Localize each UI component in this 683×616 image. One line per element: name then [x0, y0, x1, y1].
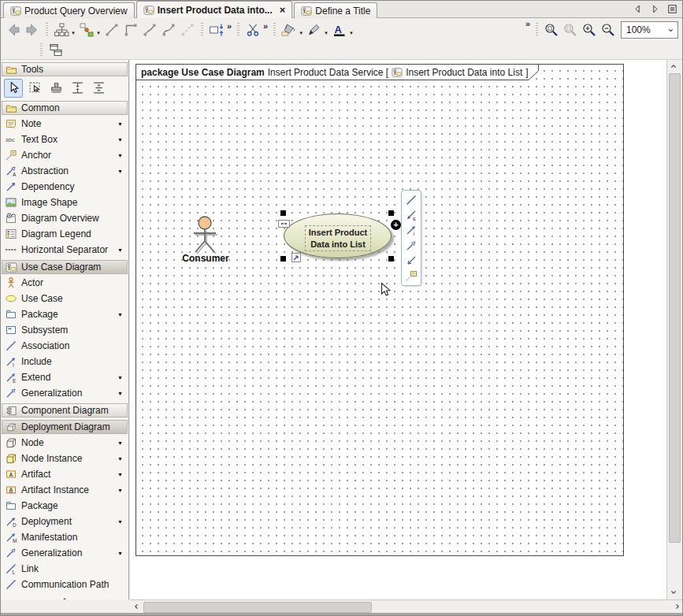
chevron-down-icon[interactable]: ▼ [117, 153, 123, 158]
zoom-out-button[interactable] [599, 20, 618, 39]
palette-item-anchor[interactable]: Anchor▼ [1, 147, 128, 163]
line-color-button[interactable] [305, 20, 324, 39]
chevron-down-icon[interactable]: ▼ [117, 121, 123, 127]
selection-handle-top-left[interactable] [280, 210, 286, 216]
zoom-fit-button[interactable] [542, 20, 561, 39]
vertical-scroll-thumb[interactable] [669, 73, 681, 543]
distribute-vertical-tool-button[interactable] [68, 79, 87, 98]
zoom-level-select[interactable]: 100% [621, 21, 678, 39]
cut-scissors-button[interactable] [243, 20, 262, 39]
manipulator-association-button[interactable] [405, 194, 418, 206]
marquee-tool-button[interactable] [25, 79, 44, 98]
toolbar-grip[interactable] [536, 23, 538, 37]
scroll-down-button[interactable] [667, 586, 680, 599]
toolbar-overflow[interactable]: » [263, 21, 268, 31]
tab-define-a-title[interactable]: Define a Title [294, 2, 377, 18]
palette-item-generalization[interactable]: Generalization▼ [1, 385, 128, 401]
palette-item-image-shape[interactable]: Image Shape [1, 195, 128, 210]
palette-item-include[interactable]: IInclude [1, 354, 128, 369]
add-related-element-button[interactable]: + [391, 220, 401, 230]
cursor-tool-button[interactable] [4, 79, 23, 98]
manipulator-generalization-button[interactable] [405, 239, 418, 252]
chevron-down-icon[interactable]: ▼ [349, 31, 354, 35]
actor-label[interactable]: Consumer [176, 253, 236, 264]
palette-item-diagram-overview[interactable]: Diagram Overview [1, 210, 128, 226]
tab-close-icon[interactable]: × [280, 6, 286, 14]
go-to-source-icon[interactable] [291, 253, 301, 262]
path-curved-button[interactable] [159, 20, 178, 39]
palette-item-node[interactable]: Node▼ [1, 435, 128, 451]
scroll-right-button[interactable] [671, 600, 683, 613]
palette-collapse-button[interactable] [1, 592, 128, 599]
toolbar-grip[interactable] [201, 23, 203, 37]
palette-item-generalization[interactable]: Generalization▼ [1, 545, 128, 561]
resize-shape-button[interactable] [207, 20, 226, 39]
font-color-button[interactable]: A [330, 20, 349, 39]
chevron-down-icon[interactable]: ▼ [299, 31, 303, 35]
toolbar-overflow[interactable]: » [227, 21, 232, 31]
toolbar-grip[interactable] [46, 23, 48, 37]
manipulator-extend-button[interactable]: E [405, 209, 418, 221]
stamp-tool-button[interactable] [46, 79, 65, 98]
fill-color-button[interactable] [280, 20, 299, 39]
tab-insert-product-data-into[interactable]: Insert Product Data into...× [136, 1, 293, 18]
zoom-in-button[interactable] [580, 20, 599, 39]
scroll-left-button[interactable] [130, 600, 143, 613]
palette-item-use-case[interactable]: Use Case [1, 291, 128, 306]
manipulator-include-button[interactable]: I [405, 224, 418, 236]
palette-section-component-diagram[interactable]: Component Diagram [2, 403, 128, 417]
palette-item-link[interactable]: LLink [1, 561, 128, 577]
palette-item-manifestation[interactable]: MManifestation [1, 529, 128, 545]
palette-section-common[interactable]: Common [2, 101, 128, 115]
chevron-down-icon[interactable]: ▼ [117, 247, 123, 253]
palette-item-artifact[interactable]: AArtifact▼ [1, 466, 128, 482]
tab-list-button[interactable] [666, 2, 678, 15]
palette-item-association[interactable]: Association [1, 338, 128, 354]
actor-shape[interactable] [180, 212, 230, 256]
manipulator-anchor-note-button[interactable] [405, 269, 418, 282]
palette-section-tools[interactable]: Tools [2, 62, 128, 76]
path-oblique-button[interactable] [140, 20, 159, 39]
toolbar-grip[interactable] [237, 23, 239, 37]
quick-layout-button[interactable] [77, 20, 96, 39]
palette-item-artifact-instance[interactable]: AArtifact Instance▼ [1, 482, 128, 498]
palette-item-package[interactable]: Package▼ [1, 306, 128, 322]
palette-item-text-box[interactable]: abcText Box▼ [1, 132, 128, 147]
tab-product-query-overview[interactable]: Product Query Overview [3, 2, 135, 18]
palette-item-subsystem[interactable]: Subsystem [1, 322, 128, 338]
palette-section-deployment-diagram[interactable]: Deployment Diagram [2, 420, 128, 434]
horizontal-scroll-thumb[interactable] [143, 602, 372, 613]
chevron-down-icon[interactable]: ▼ [117, 169, 123, 174]
chevron-down-icon[interactable]: ▼ [117, 137, 123, 143]
palette-item-node-instance[interactable]: Node Instance▼ [1, 451, 128, 466]
palette-item-diagram-legend[interactable]: Diagram Legend [1, 226, 128, 242]
horizontal-scrollbar[interactable] [130, 599, 683, 613]
tab-scroll-right-button[interactable] [648, 2, 661, 15]
palette-item-actor[interactable]: Actor [1, 275, 128, 291]
path-rectilinear-button[interactable] [121, 20, 140, 39]
selection-handle-bottom-left[interactable] [280, 256, 286, 262]
palette-item-abstraction[interactable]: AAbstraction▼ [1, 163, 128, 179]
chevron-down-icon[interactable]: ▼ [117, 519, 123, 525]
tab-scroll-left-button[interactable] [631, 2, 644, 15]
palette-item-horizontal-separator[interactable]: Horizontal Separator▼ [1, 242, 128, 258]
use-case-label[interactable]: Insert Product Data into List [305, 225, 371, 251]
palette-item-dependency[interactable]: Dependency [1, 179, 128, 195]
palette-item-note[interactable]: Note▼ [1, 116, 128, 132]
chevron-down-icon[interactable]: ▼ [117, 375, 123, 380]
vertical-scrollbar[interactable] [666, 60, 680, 599]
layout-tree-button[interactable] [52, 20, 71, 39]
chevron-down-icon[interactable]: ▼ [117, 440, 123, 446]
toolbar-grip[interactable] [40, 43, 43, 58]
selection-handle-bottom-right[interactable] [388, 256, 394, 262]
toolbar-grip[interactable] [273, 23, 276, 37]
chevron-down-icon[interactable]: ▼ [117, 312, 123, 317]
chevron-down-icon[interactable]: ▼ [96, 31, 101, 35]
palette-item-package[interactable]: Package [1, 498, 128, 514]
chevron-down-icon[interactable]: ▼ [117, 456, 123, 462]
diagram-windows-button[interactable] [46, 41, 65, 60]
chevron-down-icon[interactable]: ▼ [117, 551, 123, 556]
compartments-button[interactable] [278, 220, 290, 228]
chevron-down-icon[interactable]: ▼ [117, 472, 123, 477]
chevron-down-icon[interactable]: ▼ [71, 31, 76, 35]
